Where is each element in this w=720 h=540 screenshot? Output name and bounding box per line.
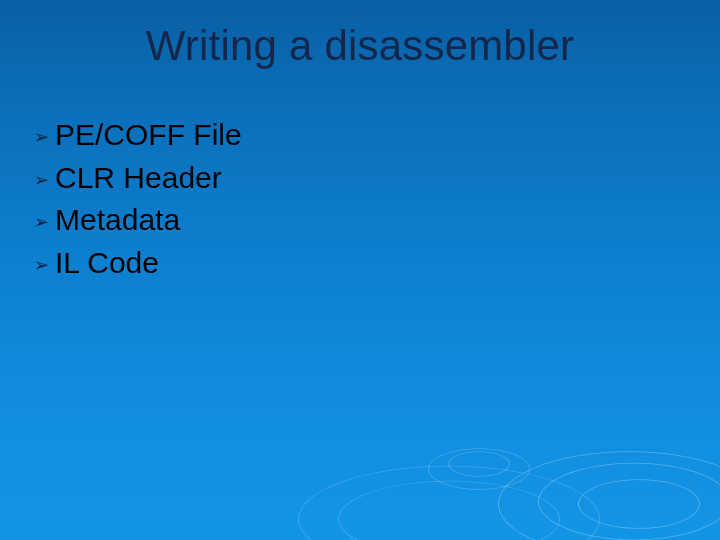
- slide-title: Writing a disassembler: [0, 22, 720, 70]
- decoration-ripple: [578, 479, 700, 529]
- bullet-icon: ➢: [34, 125, 49, 149]
- decoration-ripple: [498, 451, 720, 540]
- list-item: ➢ Metadata: [34, 200, 680, 241]
- list-item-label: PE/COFF File: [55, 115, 242, 156]
- list-item-label: CLR Header: [55, 158, 222, 199]
- list-item: ➢ IL Code: [34, 243, 680, 284]
- list-item: ➢ PE/COFF File: [34, 115, 680, 156]
- decoration-ripple: [538, 463, 720, 540]
- bullet-icon: ➢: [34, 210, 49, 234]
- list-item-label: Metadata: [55, 200, 180, 241]
- decoration-ripple: [448, 451, 510, 477]
- bullet-icon: ➢: [34, 168, 49, 192]
- list-item-label: IL Code: [55, 243, 159, 284]
- bullet-icon: ➢: [34, 253, 49, 277]
- decoration-ripple: [428, 448, 530, 490]
- decoration-ripple: [298, 466, 600, 540]
- list-item: ➢ CLR Header: [34, 158, 680, 199]
- decoration-ripple: [338, 481, 560, 540]
- slide-body: ➢ PE/COFF File ➢ CLR Header ➢ Metadata ➢…: [34, 115, 680, 285]
- slide: Writing a disassembler ➢ PE/COFF File ➢ …: [0, 0, 720, 540]
